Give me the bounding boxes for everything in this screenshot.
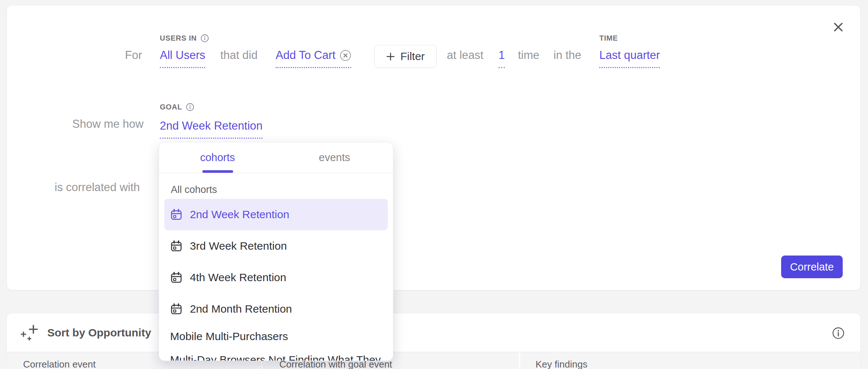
- sentence-is-correlated-with: is correlated with: [55, 180, 140, 195]
- cohort-item-label: 3rd Week Retention: [190, 240, 287, 252]
- goal-label: GOAL: [160, 103, 194, 111]
- goal-dropdown: cohorts events All cohorts 2nd Week Rete…: [159, 142, 393, 361]
- add-filter-button[interactable]: Filter: [374, 45, 437, 68]
- goal-selector[interactable]: 2nd Week Retention: [160, 119, 262, 139]
- cohort-item-label: Multi-Day Browsers Not Finding What They: [170, 354, 381, 361]
- sort-by-opportunity-button[interactable]: Sort by Opportunity: [47, 327, 151, 339]
- sentence-show-me-how: Show me how: [72, 117, 144, 131]
- query-builder-card: USERS IN TIME For All Users that did Add…: [7, 5, 861, 290]
- sentence-word-at-least: at least: [447, 48, 483, 63]
- plus-icon: [386, 52, 395, 61]
- sort-row: Sort by Opportunity: [7, 313, 860, 352]
- sentence-word-that-did: that did: [220, 48, 258, 63]
- results-card: Sort by Opportunity Correlation eventCor…: [7, 313, 861, 369]
- calendar-icon: [170, 240, 183, 252]
- event-selector[interactable]: Add To Cart: [276, 48, 351, 68]
- tab-cohorts[interactable]: cohorts: [159, 142, 276, 173]
- cohort-list-item[interactable]: Mobile Multi-Purchasers: [164, 325, 388, 348]
- sentence-word-for: For: [125, 48, 142, 63]
- info-icon: [832, 327, 845, 339]
- cohort-list-item[interactable]: 3rd Week Retention: [164, 230, 388, 262]
- cohort-item-label: 2nd Month Retention: [190, 303, 292, 315]
- column-header: Key findings: [519, 352, 860, 369]
- table-header: Correlation eventCorrelation with goal e…: [7, 352, 860, 369]
- dropdown-tabs: cohorts events: [159, 142, 393, 173]
- tab-events[interactable]: events: [276, 142, 393, 173]
- sparkles-icon: [20, 325, 39, 341]
- sentence-word-in-the: in the: [553, 48, 581, 63]
- info-icon[interactable]: [201, 34, 209, 42]
- cohort-list: 2nd Week Retention 3rd Week Retention 4t…: [164, 199, 388, 361]
- results-info-button[interactable]: [832, 327, 845, 340]
- info-icon[interactable]: [186, 103, 194, 111]
- count-selector[interactable]: 1: [499, 48, 505, 68]
- users-in-label-text: USERS IN: [160, 34, 197, 42]
- cohort-item-label: 4th Week Retention: [190, 271, 286, 284]
- close-button[interactable]: [830, 19, 846, 35]
- sentence-word-time: time: [518, 48, 540, 63]
- time-label: TIME: [599, 34, 618, 42]
- correlate-button[interactable]: Correlate: [781, 256, 843, 278]
- event-value: Add To Cart: [276, 48, 335, 63]
- close-icon: [833, 22, 843, 32]
- calendar-icon: [170, 303, 183, 315]
- active-tab-indicator: [202, 170, 233, 173]
- time-label-text: TIME: [599, 34, 618, 42]
- correlation-query-page: USERS IN TIME For All Users that did Add…: [0, 0, 868, 369]
- cohort-list-item[interactable]: 4th Week Retention: [164, 262, 388, 293]
- cohort-selector[interactable]: All Users: [160, 48, 205, 68]
- remove-event-icon[interactable]: [340, 50, 351, 61]
- calendar-icon: [170, 271, 183, 284]
- cohort-item-label: Mobile Multi-Purchasers: [170, 330, 288, 343]
- cohort-list-item[interactable]: 2nd Week Retention: [164, 199, 388, 230]
- cohort-list-item[interactable]: Multi-Day Browsers Not Finding What They: [164, 348, 388, 361]
- cohort-list-item[interactable]: 2nd Month Retention: [164, 293, 388, 325]
- users-in-label: USERS IN: [160, 34, 209, 42]
- filter-button-label: Filter: [400, 50, 425, 63]
- cohort-section-label: All cohorts: [171, 184, 217, 195]
- calendar-icon: [170, 208, 183, 221]
- cohort-item-label: 2nd Week Retention: [190, 208, 289, 221]
- time-range-selector[interactable]: Last quarter: [599, 48, 660, 68]
- goal-label-text: GOAL: [160, 103, 182, 111]
